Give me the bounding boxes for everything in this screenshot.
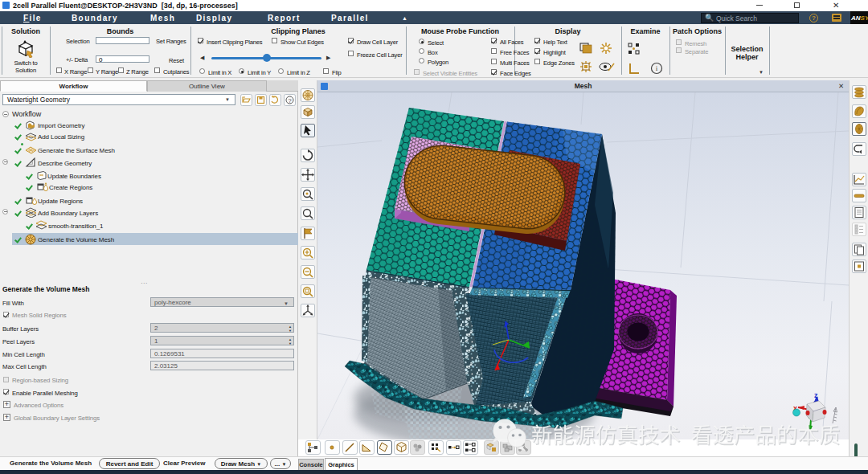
svg-text:?: ? xyxy=(288,97,292,104)
svg-text:z: z xyxy=(814,391,818,399)
svg-text:i: i xyxy=(656,64,658,72)
